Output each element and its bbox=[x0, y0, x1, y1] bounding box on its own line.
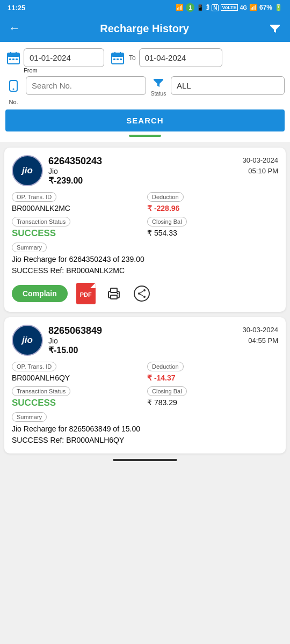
deduction-value: ₹ -14.37 bbox=[147, 374, 176, 382]
pdf-button[interactable]: PDF bbox=[76, 283, 96, 304]
operator-name: Jio bbox=[48, 167, 102, 175]
card-details-row1: OP. Trans. ID BR000ANLH6QY Deduction ₹ -… bbox=[12, 361, 278, 383]
transaction-datetime: 30-03-2024 05:10 PM bbox=[243, 155, 279, 176]
op-trans-value: BR000ANLH6QY bbox=[12, 374, 70, 382]
status-bar: 11:25 📶 1 📱 ₿ N VoLTE 4G 📶 67% 🔋 bbox=[0, 0, 290, 15]
status-filter-icon[interactable] bbox=[150, 75, 166, 91]
transaction-time: 05:10 PM bbox=[248, 167, 278, 175]
filter-icon[interactable] bbox=[269, 22, 281, 35]
from-date-input[interactable] bbox=[24, 48, 104, 67]
no-label: No. bbox=[5, 99, 21, 105]
svg-rect-18 bbox=[111, 295, 117, 299]
status-time: 11:25 bbox=[8, 4, 25, 12]
svg-rect-6 bbox=[16, 58, 18, 60]
card-actions: Complain PDF bbox=[12, 283, 278, 304]
svg-rect-13 bbox=[120, 58, 122, 60]
svg-rect-1 bbox=[8, 53, 19, 57]
svg-point-21 bbox=[138, 292, 140, 295]
signal-icon: 📶 bbox=[249, 4, 257, 11]
page-indicator bbox=[129, 135, 161, 137]
status-block: Transaction Status SUCCESS bbox=[12, 386, 143, 408]
recharge-amount: ₹-15.00 bbox=[48, 345, 102, 355]
recharge-amount: ₹-239.00 bbox=[48, 175, 102, 186]
op-trans-value: BR000ANLK2MC bbox=[12, 204, 70, 213]
closing-bal-label: Closing Bal bbox=[147, 217, 187, 226]
summary-label: Summary bbox=[12, 412, 47, 422]
share-button[interactable] bbox=[132, 284, 151, 303]
op-trans-block: OP. Trans. ID BR000ANLK2MC bbox=[12, 192, 143, 213]
from-label: From bbox=[24, 67, 104, 74]
date-filter-row: From To bbox=[5, 48, 285, 75]
summary-block: Summary Jio Recharge for 8265063849 of 1… bbox=[12, 412, 278, 446]
svg-rect-17 bbox=[111, 288, 117, 292]
transaction-status-label: Transaction Status bbox=[12, 386, 70, 396]
to-calendar-icon bbox=[110, 48, 126, 68]
card-info: 6264350243 Jio ₹-239.00 bbox=[48, 156, 102, 186]
to-date-input[interactable] bbox=[139, 48, 222, 67]
deduction-block: Deduction ₹ -228.96 bbox=[147, 192, 278, 213]
card-details-row2: Transaction Status SUCCESS Closing Bal ₹… bbox=[12, 386, 278, 408]
app-header: ← Recharge History bbox=[0, 15, 290, 42]
nfc-icon: N bbox=[212, 4, 219, 11]
operator-name: Jio bbox=[48, 336, 102, 345]
phone-number: 6264350243 bbox=[48, 156, 102, 167]
closing-bal-block: Closing Bal ₹ 554.33 bbox=[147, 216, 278, 239]
bitcoin-icon: ₿ bbox=[206, 4, 209, 11]
from-date-group: From bbox=[24, 48, 104, 75]
transaction-datetime: 30-03-2024 04:55 PM bbox=[243, 325, 279, 346]
network-4g-icon: 4G bbox=[240, 5, 247, 11]
closing-bal-label: Closing Bal bbox=[147, 386, 187, 396]
complain-button[interactable]: Complain bbox=[12, 285, 68, 302]
deduction-value: ₹ -228.96 bbox=[147, 204, 179, 213]
transaction-time: 04:55 PM bbox=[248, 336, 278, 345]
to-label: To bbox=[129, 54, 136, 62]
summary-block: Summary Jio Recharge for 6264350243 of 2… bbox=[12, 242, 278, 276]
summary-text: Jio Recharge for 8265063849 of 15.00 SUC… bbox=[12, 423, 278, 446]
deduction-label: Deduction bbox=[147, 192, 184, 202]
phone-number: 8265063849 bbox=[48, 325, 102, 336]
page-title: Recharge History bbox=[100, 23, 189, 35]
filters-section: From To bbox=[0, 42, 290, 142]
svg-point-15 bbox=[13, 88, 15, 90]
volte-icon: VoLTE bbox=[221, 4, 237, 11]
to-date-group: To bbox=[128, 48, 222, 67]
card-logo-info: jio 8265063849 Jio ₹-15.00 bbox=[12, 325, 102, 356]
closing-bal-block: Closing Bal ₹ 783.29 bbox=[147, 386, 278, 408]
notification-badge: 1 bbox=[186, 3, 194, 12]
svg-rect-4 bbox=[9, 58, 11, 60]
status-input[interactable] bbox=[171, 76, 285, 95]
summary-text: Jio Recharge for 6264350243 of 239.00 SU… bbox=[12, 254, 278, 276]
svg-point-19 bbox=[117, 293, 118, 295]
closing-bal-value: ₹ 783.29 bbox=[147, 398, 177, 407]
status-label: Status bbox=[151, 91, 166, 97]
svg-rect-11 bbox=[113, 58, 115, 60]
transaction-date: 30-03-2024 bbox=[243, 326, 279, 334]
search-button[interactable]: SEARCH bbox=[5, 109, 285, 131]
closing-bal-value: ₹ 554.33 bbox=[147, 229, 177, 237]
card-info: 8265063849 Jio ₹-15.00 bbox=[48, 325, 102, 355]
status-icons: 📶 1 📱 ₿ N VoLTE 4G 📶 67% 🔋 bbox=[176, 3, 282, 12]
status-block: Transaction Status SUCCESS bbox=[12, 216, 143, 239]
search-input[interactable] bbox=[26, 76, 146, 95]
print-button[interactable] bbox=[104, 284, 124, 303]
svg-rect-12 bbox=[117, 58, 119, 60]
svg-point-23 bbox=[143, 296, 146, 298]
op-trans-label: OP. Trans. ID bbox=[12, 362, 56, 371]
transactions-list: jio 6264350243 Jio ₹-239.00 30-03-2024 0… bbox=[0, 148, 290, 453]
back-button[interactable]: ← bbox=[9, 21, 20, 35]
battery-display: 67% bbox=[259, 4, 272, 11]
deduction-label: Deduction bbox=[147, 362, 184, 371]
transaction-status-label: Transaction Status bbox=[12, 217, 70, 226]
transaction-card: jio 6264350243 Jio ₹-239.00 30-03-2024 0… bbox=[4, 148, 286, 312]
card-logo-info: jio 6264350243 Jio ₹-239.00 bbox=[12, 155, 102, 186]
svg-point-20 bbox=[134, 286, 149, 301]
transaction-status-value: SUCCESS bbox=[12, 398, 56, 408]
transaction-status-value: SUCCESS bbox=[12, 228, 56, 238]
summary-label: Summary bbox=[12, 243, 47, 252]
op-trans-label: OP. Trans. ID bbox=[12, 192, 56, 202]
svg-rect-8 bbox=[112, 53, 124, 57]
bottom-nav-indicator bbox=[113, 459, 177, 461]
deduction-block: Deduction ₹ -14.37 bbox=[147, 361, 278, 383]
card-header: jio 6264350243 Jio ₹-239.00 30-03-2024 0… bbox=[12, 155, 278, 186]
card-header: jio 8265063849 Jio ₹-15.00 30-03-2024 04… bbox=[12, 325, 278, 356]
